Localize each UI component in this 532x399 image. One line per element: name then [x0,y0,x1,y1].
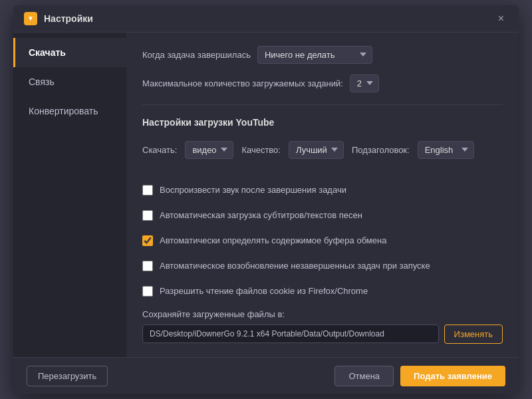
save-path-input[interactable] [142,325,439,343]
app-icon [24,12,37,25]
youtube-options-row: Скачать: видео аудио Качество: Лучший 10… [142,141,503,159]
close-button[interactable]: × [494,12,508,25]
checkbox-sound[interactable] [142,185,153,196]
checkbox-sound-label[interactable]: Воспроизвести звук после завершения зада… [160,185,346,195]
restart-button[interactable]: Перезагрузить [27,366,108,386]
checkbox-subtitles[interactable] [142,210,153,221]
checkbox-cookie-label[interactable]: Разрешить чтение файлов cookie из Firefo… [160,286,368,296]
cancel-button[interactable]: Отмена [334,366,394,386]
title-bar: Настройки × [13,5,519,33]
footer: Перезагрузить Отмена Подать заявление [13,357,519,394]
checkbox-cookie[interactable] [142,286,153,297]
youtube-subtitle-label: Подзаголовок: [352,145,410,155]
checkbox-row-4: Автоматическое возобновление незавершенн… [142,259,503,273]
content-area: Скачать Связь Конвертировать Когда задач… [13,33,519,357]
checkbox-clipboard-label[interactable]: Автоматически определять содержимое буфе… [160,235,386,245]
task-completed-select[interactable]: Ничего не делать Выключить компьютер Гиб… [257,46,372,64]
task-completed-label: Когда задача завершилась [142,50,251,60]
max-tasks-select[interactable]: 1 2 3 4 5 [350,74,379,92]
youtube-quality-label: Качество: [241,145,281,155]
settings-dialog: Настройки × Скачать Связь Конвертировать… [13,5,519,394]
footer-left: Перезагрузить [27,366,328,386]
divider-1 [142,104,503,105]
youtube-subtitle-select[interactable]: English Русский Нет [418,141,474,159]
save-path-label: Сохраняйте загруженные файлы в: [142,309,503,319]
checkbox-row-5: Разрешить чтение файлов cookie из Firefo… [142,284,503,299]
checkbox-subtitles-label[interactable]: Автоматическая загрузка субтитров/тексто… [160,210,362,220]
change-path-button[interactable]: Изменять [444,325,503,344]
sidebar-item-convert[interactable]: Конвертировать [13,96,126,126]
main-panel: Когда задача завершилась Ничего не делат… [126,33,519,357]
save-path-section: Сохраняйте загруженные файлы в: Изменять [142,309,503,344]
youtube-type-select[interactable]: видео аудио [185,141,233,159]
save-path-input-row: Изменять [142,325,503,344]
submit-button[interactable]: Подать заявление [400,366,505,386]
youtube-section: Настройки загрузки YouTube [142,117,503,130]
sidebar-item-connect[interactable]: Связь [13,67,126,96]
checkbox-resume[interactable] [142,261,153,271]
youtube-quality-select[interactable]: Лучший 1080p 720p 480p 360p [289,141,344,159]
checkbox-clipboard[interactable] [142,235,153,246]
checkbox-row-1: Воспроизвести звук после завершения зада… [142,183,503,198]
youtube-download-label: Скачать: [142,145,177,155]
sidebar: Скачать Связь Конвертировать [13,33,126,357]
max-tasks-label: Максимальное количество загружаемых зада… [142,78,343,88]
checkbox-resume-label[interactable]: Автоматическое возобновление незавершенн… [160,261,430,271]
checkbox-row-2: Автоматическая загрузка субтитров/тексто… [142,208,503,223]
sidebar-item-download[interactable]: Скачать [13,38,126,67]
max-tasks-row: Максимальное количество загружаемых зада… [142,74,503,92]
checkbox-row-3: Автоматически определять содержимое буфе… [142,233,503,248]
footer-right: Отмена Подать заявление [334,366,505,386]
youtube-section-title: Настройки загрузки YouTube [142,117,503,128]
task-completed-row: Когда задача завершилась Ничего не делат… [142,46,503,64]
window-title: Настройки [44,13,487,24]
